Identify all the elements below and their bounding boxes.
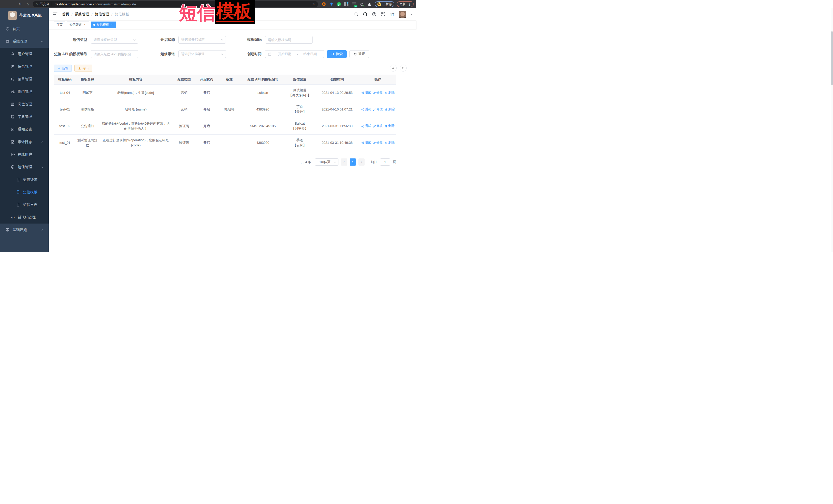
refresh-table-button[interactable] xyxy=(400,65,407,72)
export-button[interactable]: 导出 xyxy=(74,65,92,72)
sidebar-item-sms-channel[interactable]: 短信渠道 xyxy=(0,173,49,186)
close-icon[interactable] xyxy=(110,23,114,26)
date-range-picker[interactable]: 开始日期 - 结束日期 xyxy=(265,50,324,58)
tab-home[interactable]: 首页 xyxy=(54,22,65,28)
map-pin-extension-icon[interactable] xyxy=(329,2,334,6)
user-icon xyxy=(11,52,15,56)
delete-link[interactable]: 删除 xyxy=(385,107,395,112)
search-icon[interactable] xyxy=(354,12,358,17)
status-select[interactable]: 请选择开启状态 xyxy=(178,36,226,44)
sidebar-item-menus[interactable]: 菜单管理 xyxy=(0,73,49,86)
sidebar-item-dictionary[interactable]: 字典管理 xyxy=(0,111,49,123)
sidebar-item-infrastructure[interactable]: 基础设施 xyxy=(0,223,49,236)
app-logo-row[interactable]: 芋道管理系统 xyxy=(0,8,49,23)
edit-link[interactable]: 修改 xyxy=(373,140,383,145)
sidebar-item-label: 短信日志 xyxy=(23,202,38,207)
edit-link[interactable]: 修改 xyxy=(373,90,383,95)
browser-update-button[interactable]: 更新 xyxy=(397,1,414,7)
browser-forward-icon[interactable] xyxy=(9,1,16,7)
browser-menu-icon[interactable] xyxy=(408,2,411,6)
sidebar-item-error-codes[interactable]: </> 错误码管理 xyxy=(0,211,49,223)
sidebar-item-sms-management[interactable]: 短信管理 xyxy=(0,161,49,173)
goto-page-input[interactable] xyxy=(380,159,390,166)
annotation-text-pink: 短信 xyxy=(179,4,215,22)
edit-label: 修改 xyxy=(376,124,383,128)
github-icon[interactable] xyxy=(363,12,367,17)
delete-link[interactable]: 删除 xyxy=(385,90,395,95)
chevron-down-icon xyxy=(334,161,336,164)
breadcrumb-sms[interactable]: 短信管理 xyxy=(95,12,109,17)
sidebar-item-audit-log[interactable]: 审计日志 xyxy=(0,136,49,148)
sidebar-item-roles[interactable]: 角色管理 xyxy=(0,60,49,73)
update-label: 更新 xyxy=(400,2,406,6)
test-link[interactable]: 测试 xyxy=(361,90,371,95)
browser-home-icon[interactable] xyxy=(25,1,31,7)
sidebar-item-posts[interactable]: 岗位管理 xyxy=(0,98,49,111)
test-link[interactable]: 测试 xyxy=(361,124,371,128)
test-link[interactable]: 测试 xyxy=(361,140,371,145)
add-button[interactable]: 新增 xyxy=(54,65,72,72)
sidebar-item-label: 菜单管理 xyxy=(18,77,32,81)
prev-page-button[interactable] xyxy=(341,159,347,166)
search-icon xyxy=(391,66,395,70)
tab-sms-channel[interactable]: 短信渠道 xyxy=(67,22,89,28)
delete-link[interactable]: 删除 xyxy=(385,140,395,145)
delete-link[interactable]: 删除 xyxy=(385,124,395,128)
test-link[interactable]: 测试 xyxy=(361,107,371,112)
puzzle-extensions-icon[interactable] xyxy=(367,2,372,6)
sms-type-select[interactable]: 请选择短信类型 xyxy=(91,36,138,44)
page-unit-label: 页 xyxy=(393,160,396,164)
browser-back-icon[interactable] xyxy=(2,1,8,7)
bookmark-star-icon[interactable] xyxy=(312,2,315,6)
magnifier-extension-icon[interactable] xyxy=(359,2,364,6)
sidebar-item-notices[interactable]: 通知公告 xyxy=(0,123,49,136)
search-button[interactable]: 搜索 xyxy=(327,50,347,58)
font-size-icon[interactable]: ᴛT xyxy=(390,12,394,17)
filter-row-1: 短信类型 请选择短信类型 开启状态 请选择开启状态 模板编码 xyxy=(54,36,411,44)
template-code-input[interactable] xyxy=(268,38,310,42)
sidebar-item-home[interactable]: 首页 xyxy=(0,23,49,35)
channel-select[interactable]: 请选择短信渠道 xyxy=(178,50,226,58)
sidebar-item-online-users[interactable]: 在线用户 xyxy=(0,148,49,161)
col-header: 模板名称 xyxy=(76,75,99,85)
tabs-manager-extension-icon[interactable]: on xyxy=(352,2,356,6)
sidebar-item-sms-template[interactable]: 短信模板 xyxy=(0,186,49,198)
annotation-text-red: 模板 xyxy=(216,2,254,20)
close-icon[interactable] xyxy=(83,23,87,26)
page-size-select[interactable]: 10条/页 xyxy=(315,159,338,166)
reset-button[interactable]: 重置 xyxy=(350,50,369,58)
edit-link[interactable]: 修改 xyxy=(373,107,383,112)
sidebar-item-users[interactable]: 用户管理 xyxy=(0,48,49,60)
profile-paused-chip[interactable]: 已暂停 xyxy=(375,1,394,7)
page-number-1[interactable]: 1 xyxy=(350,159,356,166)
orange-ring-extension-icon[interactable] xyxy=(322,2,326,6)
breadcrumb-system[interactable]: 系统管理 xyxy=(75,12,89,17)
address-bar[interactable]: 不安全 dashboard.yudao.iocoder.cn /system/s… xyxy=(33,1,318,7)
sidebar-item-sms-log[interactable]: 短信日志 xyxy=(0,198,49,211)
omnibox-divider xyxy=(52,2,52,6)
sidebar-menu: 首页 系统管理 用户管理 角色管理 菜单管理 部门管理 xyxy=(0,23,49,236)
fullscreen-icon[interactable] xyxy=(381,12,385,17)
sidebar-item-system[interactable]: 系统管理 xyxy=(0,35,49,48)
select-placeholder: 请选择短信渠道 xyxy=(181,52,205,56)
download-icon xyxy=(78,67,81,70)
hamburger-icon[interactable] xyxy=(53,13,57,16)
table-header-row: 模板编码 模板名称 模板内容 短信类型 开启状态 备注 短信 API 的模板编号… xyxy=(54,75,396,85)
chevron-down-icon xyxy=(221,39,223,41)
green-y-extension-icon[interactable]: y xyxy=(337,2,341,6)
col-header: 短信渠道 xyxy=(285,75,315,85)
user-avatar[interactable] xyxy=(399,11,406,18)
avatar-caret-icon[interactable] xyxy=(411,14,413,16)
edit-link[interactable]: 修改 xyxy=(373,124,383,128)
sidebar-item-departments[interactable]: 部门管理 xyxy=(0,86,49,98)
help-icon[interactable] xyxy=(372,12,376,17)
next-page-button[interactable] xyxy=(358,159,364,166)
grid-extension-icon[interactable] xyxy=(344,2,349,6)
browser-reload-icon[interactable] xyxy=(17,1,23,7)
cell-name: 测试下 xyxy=(76,85,99,101)
chevron-down-icon xyxy=(221,53,223,56)
api-template-input[interactable] xyxy=(94,52,135,56)
show-search-button[interactable] xyxy=(390,65,397,72)
tab-sms-template[interactable]: 短信模板 xyxy=(91,22,116,28)
breadcrumb-home[interactable]: 首页 xyxy=(62,12,69,17)
